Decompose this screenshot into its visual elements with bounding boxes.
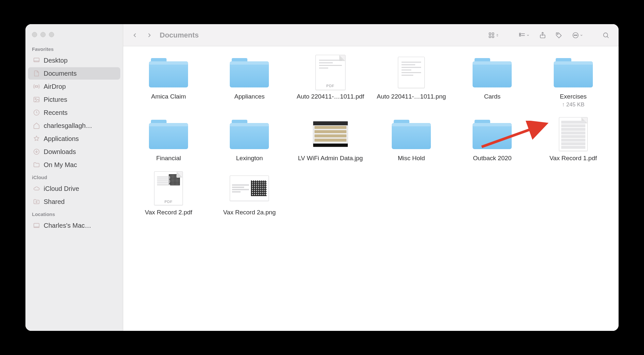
group-button[interactable] [515, 29, 533, 41]
file-item-label: Appliances [234, 93, 265, 101]
file-item[interactable]: Amica Claim [130, 55, 207, 108]
svg-rect-7 [34, 224, 39, 227]
sidebar: Favorites Desktop Documents AirDrop Pict… [25, 24, 123, 331]
sidebar-item-home[interactable]: charlesgallagh… [28, 119, 120, 132]
close-icon[interactable] [32, 32, 37, 37]
zoom-icon[interactable] [49, 32, 54, 37]
file-item-label: Vax Record 2.pdf [145, 208, 192, 217]
file-item-label: LV WiFi Admin Data.jpg [298, 154, 363, 162]
file-thumb [550, 117, 596, 151]
page-title: Documents [160, 31, 199, 39]
sidebar-item-label: Shared [44, 198, 65, 206]
home-icon [33, 122, 40, 130]
file-thumb [146, 117, 191, 151]
image-file-icon [398, 57, 425, 88]
sidebar-item-pictures[interactable]: Pictures [28, 93, 120, 106]
file-item[interactable]: Misc Hold [373, 117, 450, 162]
file-thumb [388, 55, 434, 89]
cloud-icon [33, 185, 40, 193]
sidebar-item-label: iCloud Drive [44, 185, 79, 193]
file-thumb [308, 117, 353, 151]
folder-icon [554, 57, 593, 88]
sidebar-item-airdrop[interactable]: AirDrop [28, 80, 120, 93]
svg-rect-11 [492, 36, 494, 38]
file-item-label: Misc Hold [398, 154, 425, 162]
image-file-icon [230, 176, 269, 201]
file-item[interactable]: Appliances [211, 55, 288, 108]
mac-icon [33, 222, 40, 229]
sidebar-section-label: Locations [25, 208, 123, 219]
forward-button[interactable] [143, 29, 155, 41]
folder-icon [33, 161, 40, 169]
file-item[interactable]: PDFVax Record 2.pdf [130, 171, 207, 217]
applications-icon [33, 135, 40, 143]
file-thumb: PDF [146, 171, 191, 205]
folder-icon [230, 118, 269, 150]
svg-point-6 [36, 201, 37, 203]
minimize-icon[interactable] [40, 32, 46, 37]
pictures-icon [33, 96, 40, 103]
file-thumb [227, 117, 272, 151]
sidebar-item-onmymac[interactable]: On My Mac [28, 159, 120, 171]
file-thumb [550, 55, 596, 89]
file-item[interactable]: Exercises↑ 245 KB [534, 55, 612, 108]
sidebar-item-thismac[interactable]: Charles's Mac… [28, 219, 120, 232]
file-item[interactable]: Auto 220411-…1011.png [373, 55, 450, 108]
file-item-label: Vax Record 1.pdf [549, 154, 597, 162]
svg-point-19 [577, 35, 577, 35]
folder-icon [392, 118, 431, 150]
toolbar: Documents [123, 24, 619, 46]
file-item[interactable]: Lexington [211, 117, 288, 162]
file-item-label: Auto 220411-…1011.pdf [297, 93, 364, 101]
file-thumb [227, 171, 272, 205]
file-item[interactable]: PDFAuto 220411-…1011.pdf [292, 55, 369, 108]
file-item-label: Vax Record 2a.png [223, 208, 276, 217]
file-item-label: Outback 2020 [473, 154, 511, 162]
file-item[interactable]: Financial [130, 117, 207, 162]
sidebar-item-label: Desktop [44, 57, 67, 64]
file-item-label: Lexington [236, 154, 263, 162]
file-item-label: Auto 220411-…1011.png [377, 93, 446, 101]
sidebar-item-downloads[interactable]: Downloads [28, 146, 120, 158]
file-item[interactable]: Vax Record 2a.png [211, 171, 288, 217]
file-item[interactable]: Cards [453, 55, 531, 108]
sidebar-section-label: Favorites [25, 43, 123, 54]
svg-point-15 [557, 33, 558, 34]
document-icon [33, 69, 40, 77]
search-button[interactable] [599, 29, 613, 41]
sidebar-item-label: AirDrop [44, 83, 66, 90]
file-item[interactable]: LV WiFi Admin Data.jpg [292, 117, 369, 162]
sidebar-item-label: Applications [44, 135, 79, 143]
sidebar-item-label: On My Mac [44, 161, 77, 169]
sidebar-item-iclouddrive[interactable]: iCloud Drive [28, 182, 120, 195]
content-area[interactable]: Amica ClaimAppliancesPDFAuto 220411-…101… [123, 46, 619, 331]
folder-icon [230, 57, 269, 88]
file-item-label: Financial [156, 154, 181, 162]
sidebar-item-shared[interactable]: Shared [28, 195, 120, 208]
sidebar-item-applications[interactable]: Applications [28, 132, 120, 145]
pdf-file-icon: PDF [315, 55, 345, 90]
airdrop-icon [33, 83, 40, 90]
sidebar-item-label: Recents [44, 109, 67, 116]
share-button[interactable] [536, 29, 549, 41]
svg-rect-2 [34, 97, 39, 102]
svg-rect-10 [489, 36, 491, 38]
file-thumb [469, 55, 515, 89]
back-button[interactable] [129, 29, 141, 41]
svg-rect-12 [520, 33, 521, 34]
icon-grid: Amica ClaimAppliancesPDFAuto 220411-…101… [130, 55, 612, 217]
svg-rect-13 [520, 35, 521, 36]
svg-point-1 [36, 85, 37, 87]
image-file-icon [313, 121, 348, 147]
sidebar-item-recents[interactable]: Recents [28, 106, 120, 119]
tags-button[interactable] [552, 29, 566, 41]
main-area: Documents Amica ClaimAppliancesPDFAuto 2… [123, 24, 619, 331]
sidebar-item-documents[interactable]: Documents [28, 67, 120, 80]
sidebar-item-label: Charles's Mac… [44, 222, 91, 229]
file-item[interactable]: Outback 2020 [453, 117, 531, 162]
sidebar-item-desktop[interactable]: Desktop [28, 54, 120, 67]
svg-rect-0 [34, 58, 39, 62]
file-item[interactable]: Vax Record 1.pdf [534, 117, 612, 162]
view-mode-button[interactable] [484, 29, 503, 41]
action-button[interactable] [568, 29, 587, 41]
